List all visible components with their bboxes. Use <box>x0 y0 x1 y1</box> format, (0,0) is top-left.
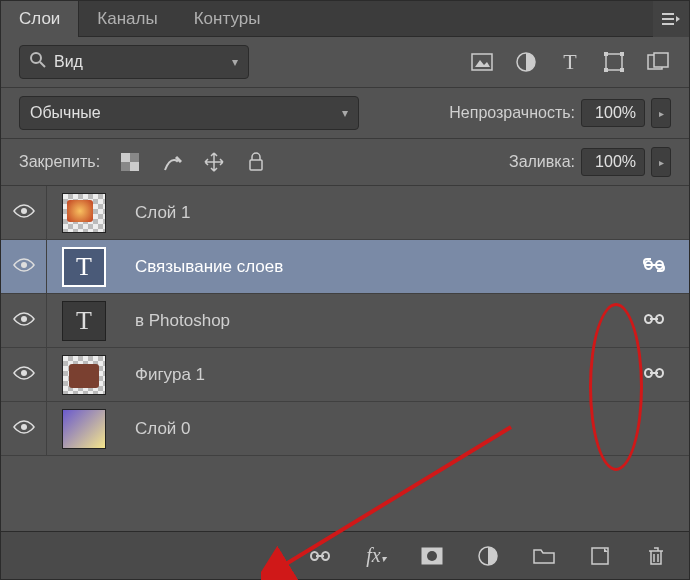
layers-list: Слой 1 T Связывание слоев T в Photoshop <box>1 186 689 531</box>
filter-adjustment-icon[interactable] <box>513 49 539 75</box>
blend-row: Обычные ▾ Непрозрачность: 100% ▸ <box>1 88 689 139</box>
layer-name[interactable]: Фигура 1 <box>121 365 205 385</box>
visibility-toggle[interactable] <box>1 294 47 347</box>
adjustment-layer-button[interactable] <box>475 543 501 569</box>
visibility-toggle[interactable] <box>1 240 47 293</box>
eye-icon <box>13 366 35 384</box>
link-icon <box>643 312 665 330</box>
filter-row: Вид ▾ T <box>1 37 689 88</box>
tab-channels[interactable]: Каналы <box>79 1 175 37</box>
layer-name[interactable]: Слой 1 <box>121 203 191 223</box>
group-button[interactable] <box>531 543 557 569</box>
svg-rect-5 <box>606 54 622 70</box>
visibility-toggle[interactable] <box>1 402 47 455</box>
svg-marker-3 <box>475 60 490 67</box>
svg-point-17 <box>21 262 27 268</box>
layer-name[interactable]: Связывание слоев <box>121 257 283 277</box>
lock-label: Закрепить: <box>19 153 100 171</box>
layer-row[interactable]: T Связывание слоев <box>1 240 689 294</box>
layer-name[interactable]: в Photoshop <box>121 311 230 331</box>
layer-filter-dropdown[interactable]: Вид ▾ <box>19 45 249 79</box>
svg-point-21 <box>21 316 27 322</box>
chevron-down-icon: ▾ <box>342 106 348 120</box>
svg-rect-15 <box>250 160 262 170</box>
link-icon <box>643 258 665 276</box>
svg-point-16 <box>21 208 27 214</box>
fill-label: Заливка: <box>509 153 575 171</box>
panel-menu-button[interactable] <box>653 1 689 37</box>
filter-pixel-icon[interactable] <box>469 49 495 75</box>
opacity-flyout[interactable]: ▸ <box>651 98 671 128</box>
opacity-label: Непрозрачность: <box>449 104 575 122</box>
svg-point-29 <box>21 424 27 430</box>
filter-label: Вид <box>54 53 83 71</box>
filter-smartobject-icon[interactable] <box>645 49 671 75</box>
visibility-toggle[interactable] <box>1 186 47 239</box>
layer-row[interactable]: Фигура 1 <box>1 348 689 402</box>
layer-thumbnail[interactable]: T <box>62 301 106 341</box>
new-layer-button[interactable] <box>587 543 613 569</box>
lock-transparency-icon[interactable] <box>118 150 142 174</box>
layer-thumbnail[interactable] <box>62 193 106 233</box>
svg-rect-13 <box>121 153 130 162</box>
filter-shape-icon[interactable] <box>601 49 627 75</box>
svg-rect-7 <box>620 52 624 56</box>
svg-point-0 <box>31 53 41 63</box>
filter-type-icon[interactable]: T <box>557 49 583 75</box>
svg-rect-2 <box>472 54 492 70</box>
layer-thumbnail[interactable] <box>62 355 106 395</box>
layer-row[interactable]: T в Photoshop <box>1 294 689 348</box>
layer-thumbnail[interactable]: T <box>62 247 106 287</box>
tab-layers[interactable]: Слои <box>1 0 79 37</box>
opacity-value[interactable]: 100% <box>581 99 645 127</box>
delete-layer-button[interactable] <box>643 543 669 569</box>
svg-rect-14 <box>130 162 139 171</box>
search-icon <box>30 52 46 72</box>
layers-panel: Слои Каналы Контуры Вид ▾ T <box>0 0 690 580</box>
svg-rect-8 <box>604 68 608 72</box>
fill-flyout[interactable]: ▸ <box>651 147 671 177</box>
eye-icon <box>13 258 35 276</box>
svg-line-1 <box>40 62 45 67</box>
layer-effects-button[interactable]: fx▾ <box>363 543 389 569</box>
tab-paths[interactable]: Контуры <box>176 1 279 37</box>
layer-mask-button[interactable] <box>419 543 445 569</box>
svg-point-35 <box>427 551 437 561</box>
svg-rect-9 <box>620 68 624 72</box>
lock-position-icon[interactable] <box>202 150 226 174</box>
layer-thumbnail[interactable] <box>62 409 106 449</box>
lock-pixels-icon[interactable] <box>160 150 184 174</box>
bottom-toolbar: fx▾ <box>1 531 689 579</box>
svg-rect-6 <box>604 52 608 56</box>
visibility-toggle[interactable] <box>1 348 47 401</box>
svg-rect-11 <box>654 53 668 67</box>
link-layers-button[interactable] <box>307 543 333 569</box>
lock-row: Закрепить: Заливка: 100% ▸ <box>1 139 689 186</box>
lock-all-icon[interactable] <box>244 150 268 174</box>
layer-row[interactable]: Слой 1 <box>1 186 689 240</box>
eye-icon <box>13 420 35 438</box>
link-icon <box>643 366 665 384</box>
blend-mode-value: Обычные <box>30 104 101 122</box>
eye-icon <box>13 312 35 330</box>
blend-mode-dropdown[interactable]: Обычные ▾ <box>19 96 359 130</box>
eye-icon <box>13 204 35 222</box>
layer-row[interactable]: Слой 0 <box>1 402 689 456</box>
svg-point-25 <box>21 370 27 376</box>
chevron-down-icon: ▾ <box>232 55 238 69</box>
fill-value[interactable]: 100% <box>581 148 645 176</box>
layer-name[interactable]: Слой 0 <box>121 419 191 439</box>
panel-tabs: Слои Каналы Контуры <box>1 1 689 37</box>
